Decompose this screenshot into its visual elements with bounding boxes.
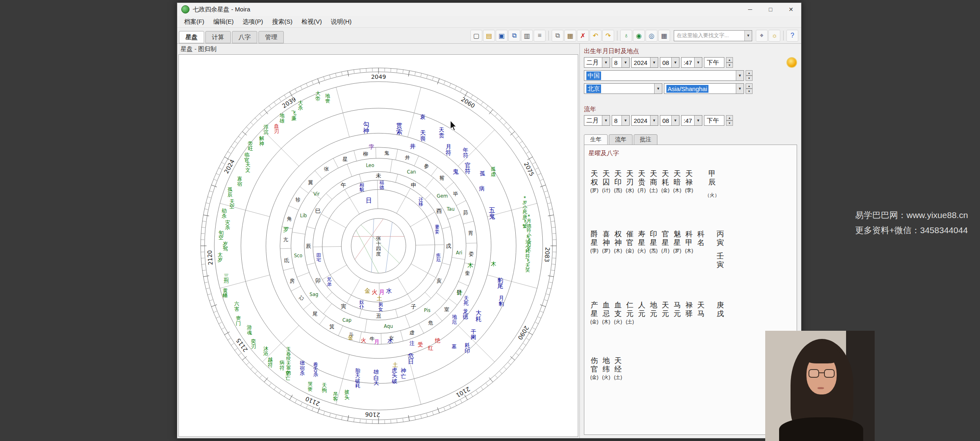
astrology-chart-svg[interactable]: 2049203920602024207521202083211520902110… bbox=[195, 62, 562, 430]
svg-text:轸: 轸 bbox=[295, 196, 301, 202]
menu-item-5[interactable]: 说明(H) bbox=[326, 18, 356, 26]
undo-icon[interactable]: ↶ bbox=[590, 30, 601, 42]
chevron-down-icon[interactable]: ▼ bbox=[671, 58, 679, 67]
country-spinner[interactable]: ▲ ▼ bbox=[746, 70, 753, 81]
globe-icon[interactable]: ♁ bbox=[620, 30, 632, 42]
save-icon[interactable]: ▣ bbox=[496, 30, 508, 42]
tab-bazi[interactable]: 八字 bbox=[232, 31, 257, 43]
liunian-spinner[interactable]: ▲▼ bbox=[726, 115, 733, 126]
spinner-down-icon[interactable]: ▼ bbox=[726, 62, 733, 68]
svg-text:子: 子 bbox=[410, 303, 416, 309]
spinner-up-icon[interactable]: ▲ bbox=[746, 83, 753, 89]
rp-tab-liunian[interactable]: 流年 bbox=[609, 134, 633, 145]
svg-text:灾杀: 灾杀 bbox=[225, 219, 230, 230]
open-folder-icon[interactable]: ▤ bbox=[483, 30, 495, 42]
chevron-down-icon[interactable]: ▼ bbox=[736, 84, 744, 94]
menu-item-0[interactable]: 档案(F) bbox=[180, 18, 209, 26]
chevron-down-icon[interactable]: ▼ bbox=[621, 58, 629, 67]
delete-icon[interactable]: ✗ bbox=[577, 30, 589, 42]
svg-text:鬼: 鬼 bbox=[452, 168, 459, 174]
svg-text:病: 病 bbox=[479, 185, 484, 192]
menu-item-4[interactable]: 检视(V) bbox=[297, 18, 326, 26]
birth-combo-4[interactable]: :47▼ bbox=[681, 57, 702, 68]
redo-icon[interactable]: ↷ bbox=[602, 30, 614, 42]
menu-item-2[interactable]: 选项(P) bbox=[238, 18, 267, 26]
country-select[interactable]: 中国 ▼ bbox=[584, 70, 744, 81]
timezone-spinner[interactable]: ▲ ▼ bbox=[746, 83, 753, 94]
toolbar-search-combo[interactable]: 在这里输入要找文字...▼ bbox=[674, 30, 752, 41]
chevron-down-icon[interactable]: ▼ bbox=[602, 58, 610, 67]
calculator-icon[interactable]: ▦ bbox=[658, 30, 670, 42]
birth-spinner[interactable]: ▲▼ bbox=[726, 57, 733, 68]
spinner-up-icon[interactable]: ▲ bbox=[746, 70, 753, 76]
new-file-icon[interactable]: ▢ bbox=[470, 30, 482, 42]
watermark-line1: 易学巴巴网：www.yixue88.cn bbox=[855, 207, 968, 223]
current-time-button[interactable] bbox=[786, 57, 797, 68]
star-column: 伤官(金) bbox=[588, 356, 600, 380]
chevron-down-icon[interactable]: ▼ bbox=[744, 31, 752, 41]
highlight-icon[interactable]: ☼ bbox=[768, 30, 780, 42]
birth-combo-2[interactable]: 2024▼ bbox=[631, 57, 658, 68]
birth-value-2: 2024 bbox=[632, 58, 650, 67]
tab-guanli[interactable]: 管理 bbox=[258, 31, 284, 43]
print-preview-icon[interactable]: ≡ bbox=[534, 30, 546, 42]
tab-xingpan[interactable]: 星盘 bbox=[179, 31, 204, 43]
menu-item-3[interactable]: 搜索(S) bbox=[267, 18, 297, 26]
spinner-up-icon[interactable]: ▲ bbox=[726, 115, 733, 120]
chart-area[interactable]: 2049203920602024207521202083211520902110… bbox=[178, 54, 578, 437]
spinner-down-icon[interactable]: ▼ bbox=[726, 120, 733, 126]
timezone-select[interactable]: Asia/Shanghai ▼ bbox=[664, 83, 744, 94]
chevron-down-icon[interactable]: ▼ bbox=[650, 58, 658, 67]
paste-icon[interactable]: ▦ bbox=[564, 30, 576, 42]
liunian-combo-2[interactable]: 2024▼ bbox=[631, 115, 658, 126]
chevron-down-icon[interactable]: ▼ bbox=[736, 71, 744, 80]
chart-icon[interactable]: ◎ bbox=[646, 30, 657, 42]
chevron-down-icon[interactable]: ▼ bbox=[602, 116, 610, 125]
svg-text:玉卷绞天寨的: 玉卷绞天寨的 bbox=[286, 346, 291, 375]
liunian-ampm-field[interactable]: 下午 bbox=[704, 115, 724, 126]
birth-value-0: 二月 bbox=[584, 58, 602, 67]
liunian-combo-0[interactable]: 二月▼ bbox=[584, 115, 610, 126]
chevron-down-icon[interactable]: ▼ bbox=[694, 116, 702, 125]
chevron-down-icon[interactable]: ▼ bbox=[621, 116, 629, 125]
liunian-value-0: 二月 bbox=[584, 116, 602, 125]
chevron-down-icon[interactable]: ▼ bbox=[650, 116, 658, 125]
birth-combo-1[interactable]: 8▼ bbox=[612, 57, 630, 68]
chevron-down-icon[interactable]: ▼ bbox=[671, 116, 679, 125]
save-all-icon[interactable]: ⧉ bbox=[508, 30, 520, 42]
close-button[interactable]: ✕ bbox=[781, 3, 801, 16]
birth-combo-3[interactable]: 08▼ bbox=[660, 57, 679, 68]
liunian-combo-4[interactable]: :47▼ bbox=[681, 115, 702, 126]
svg-text:地厄: 地厄 bbox=[452, 313, 457, 324]
svg-text:井: 井 bbox=[405, 154, 410, 160]
watermark: 易学巴巴网：www.yixue88.cn 更多资料+微信：3458344044 bbox=[855, 207, 968, 238]
spinner-down-icon[interactable]: ▼ bbox=[746, 89, 753, 94]
chevron-down-icon[interactable]: ▼ bbox=[654, 84, 662, 94]
tab-jisuan[interactable]: 计算 bbox=[205, 31, 231, 43]
city-select[interactable]: 北京 ▼ bbox=[584, 83, 662, 94]
svg-text:孤虚: 孤虚 bbox=[490, 165, 496, 176]
print-icon[interactable]: ▥ bbox=[521, 30, 533, 42]
copy-icon[interactable]: ⧉ bbox=[552, 30, 564, 42]
chart-panel: 星盘 - 图归制 2049203920602024207521202083211… bbox=[177, 44, 580, 438]
liunian-combo-3[interactable]: 08▼ bbox=[660, 115, 679, 126]
chevron-down-icon[interactable]: ▼ bbox=[694, 58, 702, 67]
menu-item-1[interactable]: 编辑(E) bbox=[209, 18, 238, 26]
rp-tab-shengnian[interactable]: 生年 bbox=[584, 134, 608, 145]
star-column: 催官(金) bbox=[624, 230, 636, 254]
maximize-button[interactable]: □ bbox=[760, 3, 781, 16]
rp-tab-pizhu[interactable]: 批注 bbox=[634, 134, 657, 145]
svg-text:德宿杀: 德宿杀 bbox=[300, 359, 305, 376]
world-icon[interactable]: ◉ bbox=[633, 30, 645, 42]
svg-text:酉: 酉 bbox=[436, 207, 441, 214]
help-icon[interactable]: ? bbox=[786, 30, 798, 42]
spinner-up-icon[interactable]: ▲ bbox=[726, 57, 733, 62]
find-icon[interactable]: ⌖ bbox=[756, 30, 768, 42]
svg-text:吊客: 吊客 bbox=[333, 390, 338, 401]
birth-ampm-field[interactable]: 下午 bbox=[704, 57, 724, 68]
spinner-down-icon[interactable]: ▼ bbox=[746, 76, 753, 81]
svg-text:血刃: 血刃 bbox=[274, 122, 278, 134]
liunian-combo-1[interactable]: 8▼ bbox=[612, 115, 630, 126]
birth-combo-0[interactable]: 二月▼ bbox=[584, 57, 610, 68]
minimize-button[interactable]: ─ bbox=[740, 3, 760, 16]
